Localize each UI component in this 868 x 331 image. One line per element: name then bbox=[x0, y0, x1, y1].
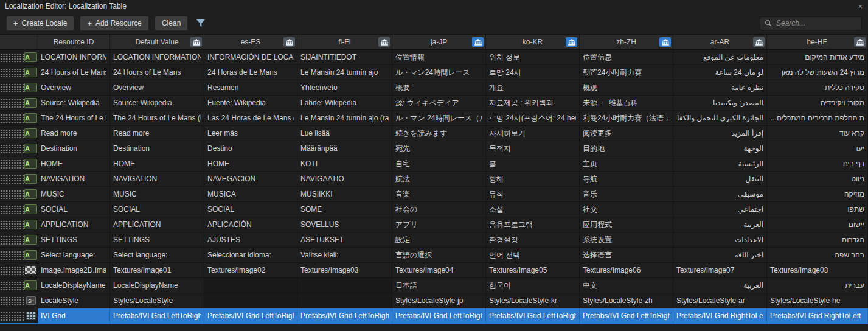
cell-fi-fi[interactable]: Prefabs/IVI Grid LeftToRight bbox=[297, 308, 392, 324]
cell-zh-zh[interactable]: 中文 bbox=[580, 278, 673, 293]
cell-fi-fi[interactable]: SIJAINTITIEDOT bbox=[297, 50, 392, 65]
cell-ko-kr[interactable]: 항해 bbox=[486, 172, 580, 187]
cell-default-value[interactable]: Destination bbox=[110, 141, 204, 156]
column-header-es-es[interactable]: es-ES bbox=[204, 35, 297, 49]
cell-zh-zh[interactable]: 系统设置 bbox=[580, 232, 673, 248]
cell-resource-id[interactable]: 24 Hours of Le Mans bbox=[38, 65, 110, 80]
drag-handle[interactable] bbox=[0, 80, 24, 96]
locale-icon[interactable] bbox=[283, 37, 295, 47]
cell-ko-kr[interactable]: 뮤직 bbox=[486, 187, 580, 202]
drag-handle[interactable] bbox=[0, 217, 24, 232]
cell-ja-jp[interactable]: 続きを読みます bbox=[392, 126, 486, 141]
cell-ja-jp[interactable]: 社会の bbox=[392, 202, 486, 217]
cell-fi-fi[interactable]: Lähde: Wikipedia bbox=[297, 96, 392, 111]
cell-resource-id[interactable]: APPLICATION bbox=[38, 217, 110, 232]
cell-he-he[interactable]: עברית bbox=[767, 278, 868, 293]
cell-he-he[interactable]: מקור: ויקיפדיה bbox=[767, 96, 868, 111]
table-row[interactable]: IVI GridPrefabs/IVI Grid LeftToRightPref… bbox=[0, 308, 868, 324]
cell-ko-kr[interactable]: 환경설정 bbox=[486, 232, 580, 248]
drag-handle[interactable] bbox=[0, 263, 24, 278]
table-row[interactable]: A24 Hours of Le Mans24 Hours of Le Mans2… bbox=[0, 65, 868, 80]
drag-handle[interactable] bbox=[0, 308, 24, 324]
cell-he-he[interactable]: Textures/Image08 bbox=[767, 263, 868, 278]
cell-zh-zh[interactable]: 概观 bbox=[580, 80, 673, 96]
cell-ko-kr[interactable]: 개요 bbox=[486, 80, 580, 96]
cell-resource-id[interactable]: SOCIAL bbox=[38, 202, 110, 217]
locale-icon[interactable] bbox=[472, 37, 484, 47]
drag-handle[interactable] bbox=[0, 65, 24, 80]
cell-es-es[interactable]: NAVEGACIÓN bbox=[204, 172, 297, 187]
cell-he-he[interactable]: דף בית bbox=[767, 156, 868, 172]
cell-ko-kr[interactable]: Textures/Image05 bbox=[486, 263, 580, 278]
cell-ja-jp[interactable]: Textures/Image04 bbox=[392, 263, 486, 278]
cell-ja-jp[interactable]: ル・マン24時間レース bbox=[392, 65, 486, 80]
cell-resource-id[interactable]: The 24 Hours of Le Mans bbox=[38, 111, 110, 126]
locale-icon[interactable] bbox=[566, 37, 577, 47]
cell-zh-zh[interactable]: 位置信息 bbox=[580, 50, 673, 65]
cell-fi-fi[interactable]: Yhteenveto bbox=[297, 80, 392, 96]
drag-handle[interactable] bbox=[0, 232, 24, 248]
cell-default-value[interactable]: 24 Hours of Le Mans bbox=[110, 65, 204, 80]
drag-handle[interactable] bbox=[0, 187, 24, 202]
table-row[interactable]: AAPPLICATIONAPPLICATIONAPLICACIÓNSOVELLU… bbox=[0, 217, 868, 232]
drag-handle[interactable] bbox=[0, 156, 24, 172]
create-locale-button[interactable]: + Create Locale bbox=[6, 16, 74, 31]
cell-default-value[interactable]: Read more bbox=[110, 126, 204, 141]
cell-ja-jp[interactable]: Prefabs/IVI Grid LeftToRight bbox=[392, 308, 486, 324]
cell-he-he[interactable]: שתפו bbox=[767, 202, 868, 217]
table-row[interactable]: ALocaleDisplayNameLocaleDisplayName日本語한국… bbox=[0, 278, 868, 293]
cell-ar-ar[interactable]: الاعدادات bbox=[673, 232, 767, 248]
table-row[interactable]: ALOCATION INFORMATIONLOCATION INFORMATIO… bbox=[0, 50, 868, 65]
table-row[interactable]: ASource: WikipediaSource: WikipediaFuent… bbox=[0, 96, 868, 111]
cell-ko-kr[interactable]: Prefabs/IVI Grid LeftToRight bbox=[486, 308, 580, 324]
cell-default-value[interactable]: SETTINGS bbox=[110, 232, 204, 248]
cell-ar-ar[interactable]: Textures/Image07 bbox=[673, 263, 767, 278]
cell-zh-zh[interactable]: 选择语言 bbox=[580, 248, 673, 263]
drag-handle[interactable] bbox=[0, 202, 24, 217]
cell-es-es[interactable]: HOME bbox=[204, 156, 297, 172]
cell-he-he[interactable]: קרא עוד bbox=[767, 126, 868, 141]
cell-zh-zh[interactable]: Textures/Image06 bbox=[580, 263, 673, 278]
cell-he-he[interactable]: ניווט bbox=[767, 172, 868, 187]
cell-resource-id[interactable]: Image.Image2D.Image01 bbox=[38, 263, 110, 278]
cell-es-es[interactable]: Textures/Image02 bbox=[204, 263, 297, 278]
cell-default-value[interactable]: LOCATION INFORMATION bbox=[110, 50, 204, 65]
column-header-ko-kr[interactable]: ko-KR bbox=[486, 35, 580, 49]
cell-zh-zh[interactable]: 社交 bbox=[580, 202, 673, 217]
cell-default-value[interactable]: The 24 Hours of Le Mans (French: 24 Heur… bbox=[110, 111, 204, 126]
cell-resource-id[interactable]: Select language: bbox=[38, 248, 110, 263]
cell-fi-fi[interactable]: KOTI bbox=[297, 156, 392, 172]
cell-ja-jp[interactable]: 音楽 bbox=[392, 187, 486, 202]
cell-es-es[interactable]: APLICACIÓN bbox=[204, 217, 297, 232]
cell-he-he[interactable]: הגדרות bbox=[767, 232, 868, 248]
cell-ja-jp[interactable]: 設定 bbox=[392, 232, 486, 248]
cell-ja-jp[interactable]: 自宅 bbox=[392, 156, 486, 172]
column-header-zh-zh[interactable]: zh-ZH bbox=[580, 35, 673, 49]
table-row[interactable]: ASOCIALSOCIALSOCIALSOME社会の소셜社交اجتماعيשתפ… bbox=[0, 202, 868, 217]
cell-es-es[interactable]: Las 24 Horas de Le Mans (24 Heures du Ma… bbox=[204, 111, 297, 126]
cell-ja-jp[interactable]: 位置情報 bbox=[392, 50, 486, 65]
cell-default-value[interactable]: LocaleDisplayName bbox=[110, 278, 204, 293]
cell-fi-fi[interactable]: Le Mansin 24 tunnin ajo bbox=[297, 65, 392, 80]
clean-button[interactable]: Clean bbox=[155, 16, 188, 31]
cell-resource-id[interactable]: Destination bbox=[38, 141, 110, 156]
cell-ar-ar[interactable]: لو مان 24 ساعة bbox=[673, 65, 767, 80]
add-resource-button[interactable]: + Add Resource bbox=[80, 16, 149, 31]
cell-fi-fi[interactable]: Lue lisää bbox=[297, 126, 392, 141]
cell-default-value[interactable]: Textures/Image01 bbox=[110, 263, 204, 278]
cell-he-he[interactable]: Prefabs/IVI Grid RightToLeft bbox=[767, 308, 868, 324]
cell-he-he[interactable]: Styles/LocaleStyle-he bbox=[767, 293, 868, 308]
cell-ko-kr[interactable]: 응용프로그램 bbox=[486, 217, 580, 232]
cell-fi-fi[interactable]: SOVELLUS bbox=[297, 217, 392, 232]
cell-he-he[interactable]: ת החלפת הרכיבים המתכלים... bbox=[767, 111, 868, 126]
cell-ko-kr[interactable]: 목적지 bbox=[486, 141, 580, 156]
search-input[interactable] bbox=[775, 18, 857, 28]
column-header-ja-jp[interactable]: ja-JP bbox=[392, 35, 486, 49]
drag-handle[interactable] bbox=[0, 172, 24, 187]
cell-zh-zh[interactable]: 目的地 bbox=[580, 141, 673, 156]
cell-zh-zh[interactable]: 音乐 bbox=[580, 187, 673, 202]
cell-default-value[interactable]: Styles/LocaleStyle bbox=[110, 293, 204, 308]
cell-zh-zh[interactable]: 主页 bbox=[580, 156, 673, 172]
cell-default-value[interactable]: Source: Wikipedia bbox=[110, 96, 204, 111]
cell-ja-jp[interactable]: 日本語 bbox=[392, 278, 486, 293]
